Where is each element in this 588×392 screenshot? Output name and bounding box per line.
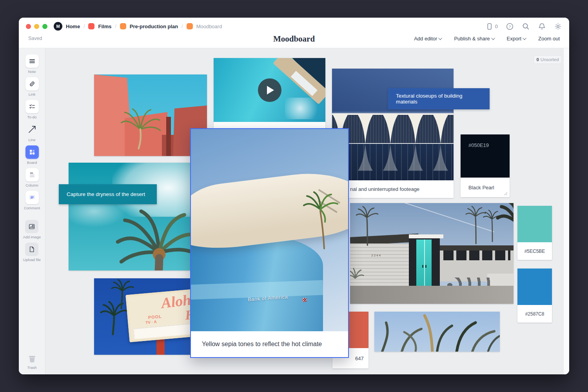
resize-handle-icon[interactable] — [503, 191, 508, 196]
search-button[interactable] — [522, 22, 530, 31]
selected-image-card-bank[interactable]: Bank of America Yellow sepia tones to re… — [190, 128, 349, 358]
breadcrumb-home[interactable]: Home — [66, 24, 80, 29]
scrollbar-track[interactable] — [563, 48, 569, 374]
export-button[interactable]: Export — [507, 36, 527, 42]
blue-swatch-caption: #2587C8 — [517, 305, 552, 323]
tool-trash-label: Trash — [27, 365, 37, 370]
black-swatch-color: #050E19 — [461, 134, 510, 178]
header-bottom-row: Saved Moodboard Add editor Publish & sha… — [19, 35, 569, 48]
line-arrow-icon — [25, 123, 39, 136]
help-button[interactable]: ? — [506, 22, 514, 31]
selected-caption-text: Yellow sepia tones to reflect the hot cl… — [202, 341, 322, 348]
tool-column[interactable]: Column — [25, 168, 39, 187]
house-number: 2244 — [371, 254, 381, 257]
films-board-icon[interactable] — [88, 23, 94, 29]
image-card-palm-fronds[interactable] — [374, 312, 500, 352]
device-icon — [486, 23, 493, 30]
note-teal-text: Capture the dryness of the desert — [67, 191, 145, 197]
tool-board[interactable]: Board — [25, 145, 39, 165]
close-window-button[interactable] — [26, 24, 31, 29]
note-icon — [25, 54, 39, 68]
swatch-card-teal[interactable]: #5EC5BE — [517, 206, 552, 260]
breadcrumb-separator: / — [181, 24, 183, 29]
publish-share-button[interactable]: Publish & share — [454, 36, 495, 42]
minimize-window-button[interactable] — [34, 24, 39, 29]
chevron-down-icon — [523, 36, 526, 40]
aloha-sub1: POOL — [148, 314, 162, 320]
preproduction-board-icon[interactable] — [120, 23, 126, 29]
selected-card-caption: Yellow sepia tones to reflect the hot cl… — [191, 331, 348, 357]
chevron-down-icon — [491, 36, 495, 40]
orange-swatch-hex: 647 — [355, 356, 364, 361]
palace-caption-text: nal and uninterrupted footeage — [350, 186, 419, 192]
notifications-button[interactable] — [538, 22, 546, 31]
board-icon — [25, 145, 39, 159]
device-preview-button[interactable]: 0 — [486, 23, 498, 30]
column-icon — [25, 168, 39, 181]
note-blue-text: Textural closeups of building materials — [396, 93, 482, 105]
add-editor-button[interactable]: Add editor — [414, 36, 442, 42]
black-swatch-caption: Black Pearl — [461, 178, 510, 197]
tool-comment-label: Comment — [24, 206, 40, 210]
gear-icon — [554, 22, 562, 31]
tool-note[interactable]: Note — [25, 54, 39, 74]
window-body: Note Link T — [19, 48, 569, 374]
breadcrumb-preproduction[interactable]: Pre-production plan — [130, 24, 178, 29]
tool-column-label: Column — [25, 183, 38, 187]
palace-reflection — [332, 144, 454, 171]
house-artwork: 2244 — [350, 203, 514, 304]
swatch-card-black-pearl[interactable]: #050E19 Black Pearl — [461, 134, 510, 197]
play-button[interactable] — [258, 78, 281, 102]
todo-icon — [25, 100, 39, 113]
image-card-modern-house[interactable]: 2244 — [350, 203, 514, 304]
comment-icon — [25, 191, 39, 204]
agave-plant-icon — [350, 265, 367, 287]
breadcrumb-films[interactable]: Films — [98, 24, 111, 29]
app-window: M Home / Films / Pre-production plan / M… — [19, 18, 569, 374]
teal-swatch-color — [517, 206, 552, 242]
breadcrumb-moodboard: Moodboard — [196, 24, 222, 29]
zoom-out-label: Zoom out — [538, 36, 560, 42]
moodboard-canvas[interactable]: nal and uninterrupted footeage Textural … — [45, 48, 569, 374]
tool-comment[interactable]: Comment — [24, 191, 40, 210]
black-swatch-hex: #050E19 — [468, 142, 489, 148]
note-teal[interactable]: Capture the dryness of the desert — [59, 184, 157, 204]
maximize-window-button[interactable] — [42, 24, 47, 29]
black-swatch-name: Black Pearl — [468, 185, 494, 191]
tool-todo[interactable]: To-do — [25, 100, 39, 119]
unsorted-badge[interactable]: 0 Unsorted — [534, 55, 562, 64]
aloha-sub2: TV · A — [145, 319, 157, 325]
tool-link-label: Link — [29, 92, 35, 96]
palm-tree-icon — [353, 205, 381, 230]
tool-add-image[interactable]: Add image — [23, 220, 41, 239]
note-blue[interactable]: Textural closeups of building materials — [388, 88, 490, 109]
tool-upload-file[interactable]: Upload file — [23, 243, 41, 262]
blue-tower: Bank of America — [191, 234, 323, 331]
moodboard-board-icon[interactable] — [187, 23, 193, 29]
tool-trash[interactable]: Trash — [19, 354, 45, 370]
link-icon — [25, 77, 39, 91]
tool-line[interactable]: Line — [25, 123, 39, 142]
bank-flag-logo — [303, 298, 307, 302]
trash-icon — [27, 354, 37, 364]
tool-upload-file-label: Upload file — [23, 258, 41, 262]
settings-button[interactable] — [554, 22, 562, 31]
tool-board-label: Board — [27, 160, 37, 165]
add-editor-label: Add editor — [414, 36, 437, 42]
tool-note-label: Note — [28, 69, 36, 74]
breadcrumb-separator: / — [115, 24, 116, 29]
tool-add-image-label: Add image — [23, 235, 41, 239]
search-icon — [522, 22, 530, 31]
desktop-background: M Home / Films / Pre-production plan / M… — [0, 0, 588, 392]
zoom-out-button[interactable]: Zoom out — [538, 36, 560, 42]
unsorted-count: 0 — [536, 57, 539, 62]
chevron-down-icon — [439, 36, 443, 40]
video-card-pool[interactable] — [214, 58, 325, 129]
palm-tree-icon — [299, 190, 342, 229]
toolbar: Note Link T — [19, 48, 45, 374]
app-logo-icon[interactable]: M — [54, 22, 62, 31]
fronds-artwork — [374, 312, 500, 352]
window-controls — [26, 24, 47, 29]
swatch-card-blue[interactable]: #2587C8 — [517, 269, 552, 323]
tool-link[interactable]: Link — [25, 77, 39, 96]
